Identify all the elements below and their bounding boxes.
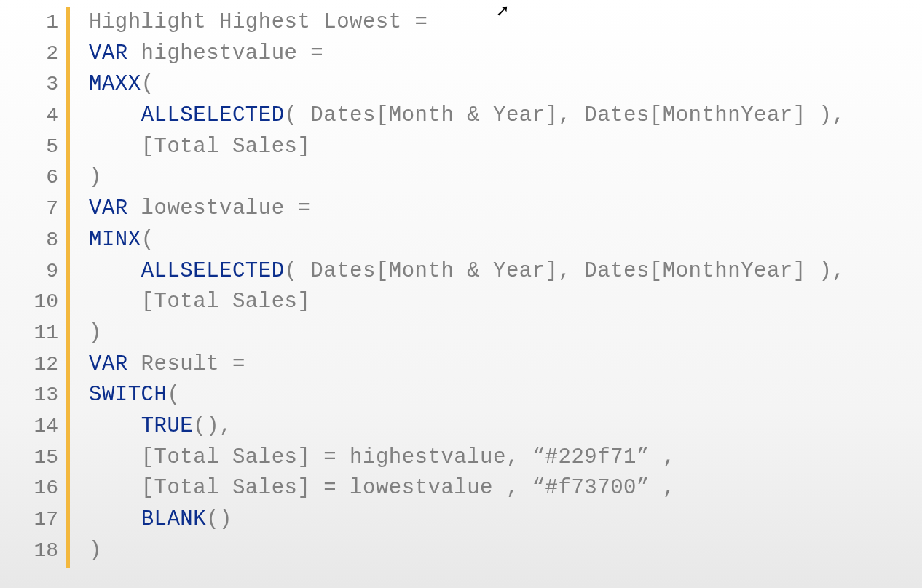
line-number: 10 [34,287,58,318]
indent [89,135,141,159]
code-text: ) [89,321,102,345]
line-number: 4 [46,100,58,132]
line-number: 13 [34,380,58,411]
function-allselected: ALLSELECTED [141,259,285,283]
line-number: 5 [46,132,58,163]
code-line[interactable]: ) [89,162,845,194]
code-line[interactable]: [Total Sales] [89,132,845,163]
indent [89,259,141,283]
function-switch: SWITCH [89,383,167,407]
function-blank: BLANK [141,507,207,531]
line-number: 18 [34,536,58,567]
code-text: () [206,507,232,531]
indent [89,290,141,314]
code-text: ( [167,383,180,407]
code-text: Result = [128,352,245,376]
line-number: 15 [34,442,58,474]
line-number: 11 [34,318,58,349]
code-text: [Total Sales] [141,135,311,159]
code-line[interactable]: ALLSELECTED( Dates[Month & Year], Dates[… [89,100,845,132]
indent [89,507,141,531]
function-true: TRUE [141,414,194,438]
code-line[interactable]: Highlight Highest Lowest = [89,7,845,39]
line-number: 9 [46,256,58,287]
line-number: 8 [46,225,58,256]
line-number-gutter: 1 2 3 4 5 6 7 8 9 10 11 12 13 14 15 16 1… [0,7,66,568]
code-line[interactable]: MINX( [89,225,845,256]
code-line[interactable]: SWITCH( [89,380,845,411]
code-line[interactable]: MAXX( [89,69,845,100]
indent [89,476,141,500]
formula-editor[interactable]: 1 2 3 4 5 6 7 8 9 10 11 12 13 14 15 16 1… [0,0,922,568]
code-text: ) [89,165,102,189]
line-number: 16 [34,473,58,504]
code-text: [Total Sales] [141,290,311,314]
code-text: ( [141,228,154,252]
code-line[interactable]: [Total Sales] = highestvalue, “#229f71” … [89,442,845,474]
function-minx: MINX [89,228,141,252]
code-text: highestvalue = [128,41,324,65]
code-line[interactable]: BLANK() [89,504,845,536]
line-number: 6 [46,162,58,194]
line-number: 3 [46,69,58,100]
keyword-var: VAR [89,352,128,376]
code-text: ( [141,72,154,96]
code-line[interactable]: [Total Sales] = lowestvalue , “#f73700” … [89,473,845,504]
indent [89,414,141,438]
code-line[interactable]: ALLSELECTED( Dates[Month & Year], Dates[… [89,256,845,287]
code-line[interactable]: VAR highestvalue = [89,39,845,70]
keyword-var: VAR [89,196,128,220]
code-line[interactable]: ) [89,318,845,349]
code-text: Highlight Highest Lowest = [89,10,427,34]
line-number: 17 [34,504,58,536]
code-text: (), [193,414,232,438]
line-number: 12 [34,349,58,381]
line-number: 2 [46,39,58,70]
code-line[interactable]: VAR lowestvalue = [89,194,845,225]
code-text: [Total Sales] = highestvalue, “#229f71” … [141,445,676,469]
mouse-cursor-icon: ➚ [497,0,508,23]
function-maxx: MAXX [89,72,141,96]
line-number: 1 [46,7,58,39]
code-text: ( Dates[Month & Year], Dates[MonthnYear]… [285,103,846,127]
code-line[interactable]: [Total Sales] [89,287,845,318]
function-allselected: ALLSELECTED [141,103,285,127]
code-text: ) [89,539,102,563]
code-text: ( Dates[Month & Year], Dates[MonthnYear]… [285,259,846,283]
code-line[interactable]: TRUE(), [89,411,845,442]
code-line[interactable]: ) [89,536,845,567]
code-area[interactable]: Highlight Highest Lowest = VAR highestva… [70,7,845,568]
keyword-var: VAR [89,41,128,65]
indent [89,103,141,127]
code-text: lowestvalue = [128,196,311,220]
code-text: [Total Sales] = lowestvalue , “#f73700” … [141,476,676,500]
line-number: 14 [34,411,58,442]
line-number: 7 [46,194,58,225]
code-line[interactable]: VAR Result = [89,349,845,381]
indent [89,445,141,469]
